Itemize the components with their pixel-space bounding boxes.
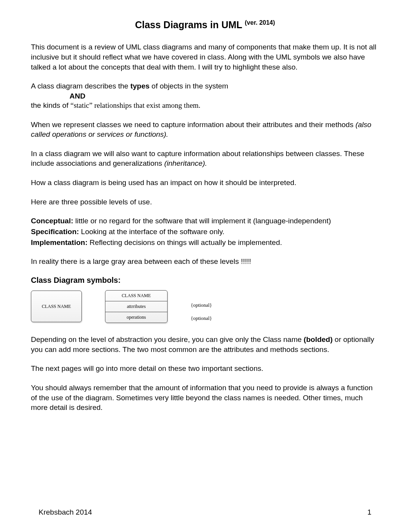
static-q: “static” relationships that exist among … <box>70 101 200 109</box>
relationships-block: In a class diagram we will also want to … <box>31 149 379 168</box>
class-box-simple: CLASS NAME <box>31 291 82 322</box>
title-version: (ver. 2014) <box>245 19 275 26</box>
types-block: A class diagram describes the types of o… <box>31 81 379 110</box>
simple-box-label: CLASS NAME <box>42 304 71 309</box>
types-line: A class diagram describes the types of o… <box>31 81 379 91</box>
depend-b: (bolded) <box>304 335 333 343</box>
and-word: AND <box>69 92 379 100</box>
implementation-line: Implementation: Reflecting decisions on … <box>31 238 379 248</box>
spec-h: Specification: <box>31 228 79 236</box>
levels-intro: Here are three possible levels of use. <box>31 197 379 207</box>
gray-block: In reality there is a large gray area be… <box>31 257 379 267</box>
levels-intro-block: Here are three possible levels of use. <box>31 197 379 207</box>
footer-page-number: 1 <box>367 508 371 517</box>
static-line: the kinds of “static” relationships that… <box>31 100 379 110</box>
next-text: The next pages will go into more detail … <box>31 364 379 374</box>
spec-t: Looking at the interface of the software… <box>79 228 225 236</box>
detailed-attr-sect: attrributes <box>105 301 167 312</box>
detailed-ops-sect: operations <box>105 312 167 323</box>
intro-block: This document is a review of UML class d… <box>31 42 379 72</box>
page-title: Class Diagrams in UML (ver. 2014) <box>31 19 379 31</box>
optional-2: {optional} <box>191 315 212 321</box>
rel-b: (inheritance). <box>164 159 207 167</box>
depending-text: Depending on the level of abstraction yo… <box>31 335 379 354</box>
static-a: the kinds of <box>31 101 70 109</box>
gray-text: In reality there is a large gray area be… <box>31 257 379 267</box>
next-pages-block: The next pages will go into more detail … <box>31 364 379 374</box>
specification-line: Specification: Looking at the interface … <box>31 227 379 237</box>
impact-block: How a class diagram is being used has an… <box>31 178 379 188</box>
detailed-name-sect: CLASS NAME <box>105 291 167 301</box>
conc-h: Conceptual: <box>31 217 73 225</box>
symbols-heading: Class Diagram symbols: <box>31 276 379 285</box>
depend-a: Depending on the level of abstraction yo… <box>31 335 304 343</box>
remember-text: You should always remember that the amou… <box>31 383 379 413</box>
document-page: Class Diagrams in UML (ver. 2014) This d… <box>0 0 410 532</box>
optional-labels: {optional} {optional} <box>191 291 212 321</box>
page-footer: Krebsbach 2014 1 <box>39 508 371 517</box>
types-bold: types <box>128 82 151 90</box>
optional-1: {optional} <box>191 302 212 308</box>
remember-block: You should always remember that the amou… <box>31 383 379 413</box>
impl-t: Reflecting decisions on things will actu… <box>88 238 282 246</box>
attributes-block: When we represent classes we need to cap… <box>31 120 379 139</box>
depending-block: Depending on the level of abstraction yo… <box>31 335 379 354</box>
class-box-detailed: CLASS NAME attrributes operations <box>105 290 168 323</box>
title-main: Class Diagrams in UML <box>135 19 242 30</box>
types-b: of objects in the system <box>152 82 229 90</box>
rel-line: In a class diagram we will also want to … <box>31 149 379 168</box>
attr-a: When we represent classes we need to cap… <box>31 121 356 129</box>
conc-t: little or no regard for the software tha… <box>73 217 331 225</box>
levels-list: Conceptual: little or no regard for the … <box>31 216 379 247</box>
conceptual-line: Conceptual: little or no regard for the … <box>31 216 379 226</box>
impact-text: How a class diagram is being used has an… <box>31 178 379 188</box>
attr-line: When we represent classes we need to cap… <box>31 120 379 139</box>
intro-text: This document is a review of UML class d… <box>31 42 379 72</box>
impl-h: Implementation: <box>31 238 88 246</box>
types-a: A class diagram describes the <box>31 82 128 90</box>
footer-author: Krebsbach 2014 <box>39 508 92 517</box>
symbols-row: CLASS NAME CLASS NAME attrributes operat… <box>31 290 379 323</box>
